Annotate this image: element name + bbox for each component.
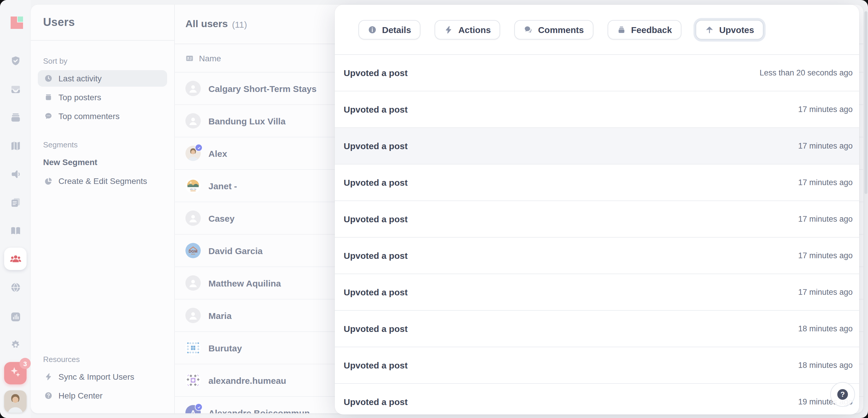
photo-avatar xyxy=(185,146,201,161)
user-detail-modal: Details Actions Comments Feedback Upvote… xyxy=(335,5,859,414)
rail-item-megaphone[interactable] xyxy=(4,163,27,185)
activity-timestamp: 18 minutes ago xyxy=(798,324,852,333)
activity-timestamp: 17 minutes ago xyxy=(798,178,852,187)
documents-icon xyxy=(10,197,21,208)
placeholder-avatar xyxy=(185,210,201,226)
activity-title: Upvoted a post xyxy=(344,397,408,407)
activity-row[interactable]: Upvoted a post 17 minutes ago xyxy=(335,238,859,274)
sidebar-item-sync-import-users[interactable]: Sync & Import Users xyxy=(38,369,167,385)
activity-timestamp: Less than 20 seconds ago xyxy=(760,68,852,77)
question-mark-icon: ? xyxy=(837,389,848,400)
identicon-blue-avatar xyxy=(185,340,201,355)
activity-title: Upvoted a post xyxy=(344,250,408,260)
activity-row[interactable]: Upvoted a post 18 minutes ago xyxy=(335,311,859,347)
activity-timestamp: 17 minutes ago xyxy=(798,105,852,114)
users-group-icon xyxy=(10,253,21,265)
globe-icon xyxy=(10,281,21,293)
sidebar-header: Users xyxy=(31,5,174,41)
activity-timestamp: 17 minutes ago xyxy=(798,215,852,223)
feedback-stack-icon xyxy=(617,25,626,34)
rail-item-map[interactable] xyxy=(4,134,27,157)
svg-text:alls Ga: alls Ga xyxy=(190,188,196,190)
activity-title: Upvoted a post xyxy=(344,177,408,187)
rail-item-documents[interactable] xyxy=(4,191,27,213)
activity-title: Upvoted a post xyxy=(344,104,408,114)
user-row-name: Casey xyxy=(209,213,235,223)
user-avatar[interactable] xyxy=(4,390,27,413)
tab-actions[interactable]: Actions xyxy=(435,20,500,39)
sidebar-item-last-activity[interactable]: Last activity xyxy=(38,70,167,87)
gear-icon xyxy=(10,339,21,350)
sidebar-item-help-center[interactable]: Help Center xyxy=(38,387,167,404)
svg-text:DGM: DGM xyxy=(189,249,197,253)
open-book-icon xyxy=(10,225,21,236)
tab-comments[interactable]: Comments xyxy=(514,20,593,39)
activity-row[interactable]: Upvoted a post 17 minutes ago xyxy=(335,274,859,311)
users-sidebar: Users Sort by Last activity Top posters … xyxy=(31,5,175,413)
placeholder-avatar xyxy=(185,308,201,323)
arrow-up-icon xyxy=(705,25,714,34)
rail-item-users-group[interactable] xyxy=(4,248,27,270)
sidebar-item-new-segment[interactable]: New Segment xyxy=(38,154,167,170)
comments-duo-icon xyxy=(524,25,533,34)
logo-dgm-avatar: DGM xyxy=(185,243,201,258)
rail-item-bar-chart[interactable] xyxy=(4,305,27,328)
sidebar-item-top-commenters[interactable]: Top commenters xyxy=(38,108,167,125)
activity-row[interactable]: Upvoted a post 17 minutes ago xyxy=(335,128,859,165)
column-label: Name xyxy=(199,54,221,63)
rail-item-inbox-tray[interactable] xyxy=(4,78,27,100)
shield-check-icon xyxy=(10,55,21,66)
rail-item-shield-check[interactable] xyxy=(4,49,27,72)
letter-avatar: A xyxy=(185,405,201,413)
bolt-icon xyxy=(444,25,453,34)
activity-row[interactable]: Upvoted a post 19 minutes ago xyxy=(335,384,859,414)
card-stack-icon xyxy=(10,112,21,123)
map-icon xyxy=(10,140,21,151)
tab-details[interactable]: Details xyxy=(359,20,421,39)
activity-title: Upvoted a post xyxy=(344,214,408,224)
question-circle-icon xyxy=(44,391,53,400)
logo-accent-square xyxy=(18,16,23,22)
activity-row[interactable]: Upvoted a post 17 minutes ago xyxy=(335,165,859,201)
pie-chart-icon xyxy=(44,177,53,185)
rail-item-card-stack[interactable] xyxy=(4,106,27,129)
activity-timestamp: 17 minutes ago xyxy=(798,251,852,260)
activity-row[interactable]: Upvoted a post 17 minutes ago xyxy=(335,201,859,238)
section-label-segments: Segments xyxy=(43,140,167,149)
user-row-name: Alex xyxy=(209,148,227,158)
tab-label: Actions xyxy=(458,25,491,34)
page-title: Users xyxy=(43,16,75,29)
ai-assistant-button[interactable]: 3 xyxy=(4,362,27,384)
tab-label: Details xyxy=(382,25,411,34)
rail-item-gear[interactable] xyxy=(4,334,27,356)
bar-chart-icon xyxy=(10,311,21,322)
activity-timestamp: 18 minutes ago xyxy=(798,361,852,370)
section-label-sort-by: Sort by xyxy=(43,57,167,65)
activity-title: Upvoted a post xyxy=(344,141,408,151)
tab-feedback[interactable]: Feedback xyxy=(607,20,681,39)
rail-item-open-book[interactable] xyxy=(4,219,27,242)
page-scrollbar[interactable] xyxy=(864,11,867,194)
activity-row[interactable]: Upvoted a post Less than 20 seconds ago xyxy=(335,55,859,92)
app-window: 3 Users Sort by Last activity Top poster… xyxy=(0,0,868,418)
placeholder-avatar xyxy=(185,81,201,96)
sidebar-item-label: New Segment xyxy=(43,158,97,167)
activity-row[interactable]: Upvoted a post 18 minutes ago xyxy=(335,347,859,384)
verified-badge-icon xyxy=(195,403,203,411)
user-row-name: David Garcia xyxy=(209,246,262,255)
comment-dots-icon xyxy=(44,112,53,120)
sidebar-item-top-posters[interactable]: Top posters xyxy=(38,89,167,106)
activity-row[interactable]: Upvoted a post 17 minutes ago xyxy=(335,92,859,128)
activity-timestamp: 17 minutes ago xyxy=(798,288,852,297)
list-title: All users xyxy=(185,18,228,30)
activity-title: Upvoted a post xyxy=(344,324,408,334)
activity-title: Upvoted a post xyxy=(344,68,408,78)
help-button[interactable]: ? xyxy=(830,382,855,407)
sidebar-item-label: Top commenters xyxy=(58,111,120,121)
rail-item-globe[interactable] xyxy=(4,276,27,298)
notification-badge: 3 xyxy=(20,358,31,369)
sidebar-item-label: Top posters xyxy=(58,93,101,102)
app-logo[interactable] xyxy=(11,16,23,29)
sidebar-item-create-edit-segments[interactable]: Create & Edit Segments xyxy=(38,173,167,189)
tab-upvotes[interactable]: Upvotes xyxy=(695,20,764,39)
